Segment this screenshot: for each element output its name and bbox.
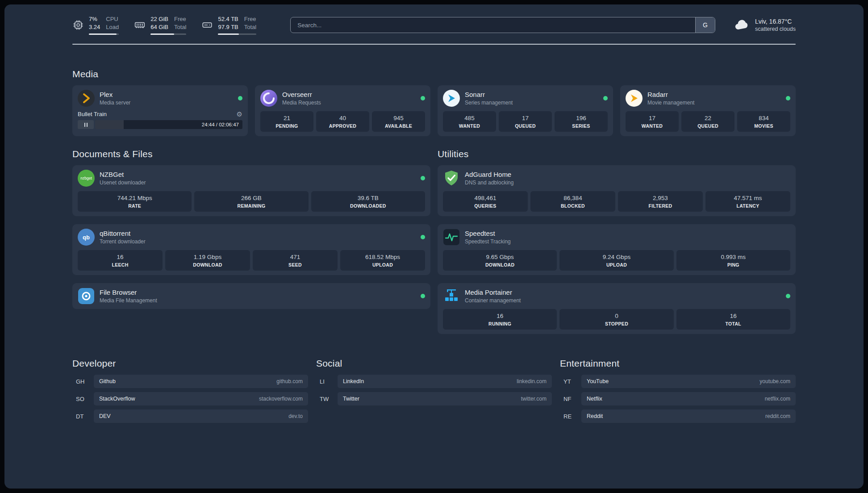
card-titles: Sonarr Series management: [465, 91, 513, 106]
disk-readout: 52.4 TB 97.9 TB Free Total: [218, 15, 256, 35]
app-title: Media Portainer: [465, 288, 521, 296]
bookmark-link[interactable]: Github github.com: [94, 375, 308, 388]
status-dot: [786, 96, 790, 100]
bookmark-row[interactable]: GH Github github.com: [72, 375, 308, 388]
sonarr-icon: [443, 90, 460, 107]
card-titles: Overseerr Media Requests: [282, 91, 321, 106]
gear-icon[interactable]: ⚙: [237, 111, 242, 117]
stat-label: DOWNLOADED: [313, 203, 423, 209]
stat-label: REMAINING: [196, 203, 306, 209]
stat-box: 744.21 Mbps RATE: [78, 191, 192, 212]
stats-row: 16 RUNNING 0 STOPPED 16 TOTAL: [443, 309, 790, 330]
filebrowser-card[interactable]: File Browser Media File Management: [72, 283, 430, 309]
section-heading-documents: Documents & Files: [72, 149, 430, 159]
utilities-section: Utilities AdGuard Home DNS and a: [438, 149, 796, 334]
cpu-usage-value: 7%: [89, 15, 100, 23]
bookmark-link[interactable]: StackOverflow stackoverflow.com: [94, 392, 308, 405]
search-provider-button[interactable]: G: [695, 17, 715, 33]
cloud-icon: [734, 17, 750, 33]
stat-value: 16: [79, 254, 161, 260]
svg-text:nzbget: nzbget: [80, 176, 92, 180]
nzbget-card[interactable]: nzbget NZBGet Usenet downloader 744.21 M…: [72, 165, 430, 216]
section-heading-social: Social: [316, 358, 552, 369]
stat-value: 47.571 ms: [707, 195, 789, 201]
card-titles: File Browser Media File Management: [100, 288, 157, 304]
pause-button[interactable]: [78, 120, 94, 129]
app-subtitle: Media Requests: [282, 100, 321, 106]
stat-box: 17 WANTED: [626, 111, 679, 132]
bookmark-abbr: RE: [560, 413, 581, 420]
stat-value: 40: [318, 115, 367, 121]
bookmark-abbr: TW: [316, 396, 338, 402]
bookmark-link[interactable]: YouTube youtube.com: [581, 375, 796, 388]
overseerr-icon: [260, 90, 277, 107]
stat-box: 16 LEECH: [78, 250, 163, 271]
section-heading-entertainment: Entertainment: [560, 358, 796, 369]
stat-value: 1.19 Gbps: [167, 254, 248, 260]
cpu-readout: 7% 3.24 CPU Load: [89, 15, 119, 35]
stat-value: 0: [561, 313, 672, 319]
bookmark-row[interactable]: RE Reddit reddit.com: [560, 409, 796, 423]
bookmark-abbr: LI: [316, 378, 338, 385]
speedtest-card[interactable]: Speedtest Speedtest Tracking 9.65 Gbps D…: [438, 224, 796, 275]
bookmark-row[interactable]: YT YouTube youtube.com: [560, 375, 796, 388]
qbittorrent-card[interactable]: qb qBittorrent Torrent downloader 16 LEE…: [72, 224, 430, 275]
stat-value: 945: [374, 115, 423, 121]
app-subtitle: Media server: [100, 100, 130, 106]
bookmark-link[interactable]: Reddit reddit.com: [581, 409, 796, 423]
now-playing-title: Bullet Train: [78, 111, 107, 117]
stat-label: QUEUED: [501, 123, 550, 129]
bookmark-row[interactable]: LI LinkedIn linkedin.com: [316, 375, 552, 388]
app-title: File Browser: [100, 288, 157, 296]
cpu-usage-label: CPU: [106, 15, 119, 23]
stat-value: 498,461: [445, 195, 526, 201]
seek-bar[interactable]: 24:44 / 02:06:47: [95, 120, 242, 129]
card-titles: Plex Media server: [100, 91, 130, 106]
bookmark-row[interactable]: DT DEV dev.to: [72, 409, 308, 423]
bookmark-link[interactable]: Twitter twitter.com: [338, 392, 552, 405]
stat-value: 9.24 Gbps: [561, 254, 672, 260]
bookmark-link[interactable]: Netflix netflix.com: [581, 392, 796, 405]
search-input[interactable]: [291, 17, 695, 33]
stat-label: MOVIES: [739, 123, 789, 129]
app-title: Radarr: [647, 91, 694, 98]
bookmark-row[interactable]: SO StackOverflow stackoverflow.com: [72, 392, 308, 405]
card-header: File Browser Media File Management: [78, 288, 425, 305]
memory-usage-bar: [150, 33, 186, 35]
card-titles: Media Portainer Container management: [465, 288, 521, 304]
stat-label: QUERIES: [445, 203, 526, 209]
documents-section: Documents & Files nzbget NZBGet U: [72, 149, 430, 334]
status-dot: [421, 176, 425, 180]
cpu-icon: [72, 19, 84, 31]
bookmark-link[interactable]: LinkedIn linkedin.com: [338, 375, 552, 388]
stat-box: 266 GB REMAINING: [194, 191, 308, 212]
bookmark-abbr: YT: [560, 378, 581, 385]
portainer-card[interactable]: Media Portainer Container management 16 …: [438, 283, 796, 334]
bookmark-row[interactable]: NF Netflix netflix.com: [560, 392, 796, 405]
card-header: Overseerr Media Requests: [260, 90, 425, 107]
stat-box: 16 RUNNING: [443, 309, 557, 330]
dashboard: 7% 3.24 CPU Load: [4, 4, 864, 489]
stat-value: 471: [255, 254, 336, 260]
status-dot: [786, 294, 790, 298]
sonarr-card[interactable]: Sonarr Series management 485 WANTED 17 Q…: [438, 85, 613, 136]
plex-card[interactable]: Plex Media server Bullet Train ⚙: [72, 85, 248, 136]
disk-free-value: 52.4 TB: [218, 15, 238, 23]
topbar: 7% 3.24 CPU Load: [72, 15, 796, 35]
card-titles: AdGuard Home DNS and adblocking: [465, 171, 513, 186]
weather-widget[interactable]: Lviv, 16.87°C scattered clouds: [734, 17, 796, 33]
bookmark-row[interactable]: TW Twitter twitter.com: [316, 392, 552, 405]
status-dot: [421, 294, 425, 298]
radarr-card[interactable]: Radarr Movie management 17 WANTED 22 QUE…: [620, 85, 796, 136]
overseerr-card[interactable]: Overseerr Media Requests 21 PENDING 40 A…: [255, 85, 430, 136]
qbittorrent-icon: qb: [78, 229, 95, 246]
resource-widgets: 7% 3.24 CPU Load: [72, 15, 271, 35]
app-title: Overseerr: [282, 91, 321, 98]
memory-icon: [134, 19, 146, 31]
bookmark-link[interactable]: DEV dev.to: [94, 409, 308, 423]
stat-value: 39.6 TB: [313, 195, 423, 201]
app-title: Plex: [100, 91, 130, 98]
adguard-card[interactable]: AdGuard Home DNS and adblocking 498,461 …: [438, 165, 796, 216]
card-titles: NZBGet Usenet downloader: [100, 171, 146, 186]
stat-box: 0 STOPPED: [559, 309, 673, 330]
